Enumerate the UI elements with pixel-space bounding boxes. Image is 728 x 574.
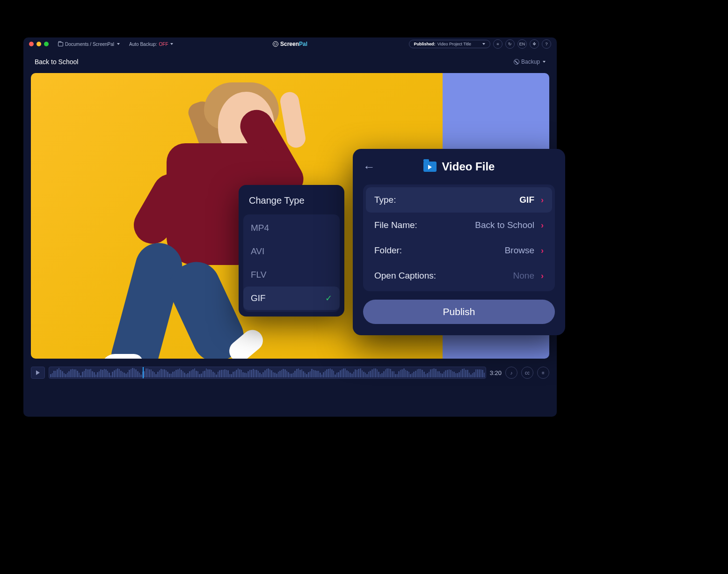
back-button[interactable]: ←: [363, 160, 375, 174]
captions-value: None: [513, 271, 534, 281]
play-icon: [36, 370, 40, 375]
auto-backup-label: Auto Backup:: [129, 42, 157, 47]
chevron-right-icon: ›: [541, 221, 544, 230]
video-file-body: Type: GIF› File Name: Back to School› Fo…: [363, 184, 555, 291]
change-type-panel: Change Type MP4AVIFLVGIF✓: [239, 185, 344, 316]
waveform-track[interactable]: 1:08.00: [49, 367, 486, 379]
published-value: Video Project Title: [437, 42, 471, 46]
folder-label: Folder:: [374, 245, 402, 256]
language-button[interactable]: EN: [517, 39, 527, 49]
folder-row[interactable]: Folder: Browse›: [366, 238, 552, 263]
total-time: 3:20: [490, 369, 502, 376]
chevron-down-icon: [170, 43, 173, 45]
app-logo: ScreenPal: [273, 41, 307, 47]
change-type-option-flv[interactable]: FLV: [243, 263, 340, 287]
title-bar: Back to School Backup: [23, 51, 557, 73]
chevron-down-icon: [482, 43, 485, 45]
music-icon-button[interactable]: ♪: [505, 367, 517, 379]
chevron-down-icon: [543, 61, 546, 63]
maximize-window-button[interactable]: [44, 42, 49, 46]
check-icon: ✓: [325, 293, 332, 303]
change-type-title: Change Type: [239, 195, 344, 214]
change-type-option-gif[interactable]: GIF✓: [243, 287, 340, 310]
captions-label: Open Captions:: [374, 271, 436, 281]
type-value: GIF: [519, 195, 534, 205]
change-type-list: MP4AVIFLVGIF✓: [243, 214, 340, 312]
chevron-right-icon: ›: [541, 271, 544, 281]
chevron-right-icon: ›: [541, 246, 544, 256]
help-icon-button[interactable]: ?: [542, 39, 551, 49]
disabled-icon: [514, 59, 519, 65]
top-bar: Documents / ScreenPal Auto Backup: OFF S…: [23, 37, 557, 51]
backup-label: Backup: [521, 59, 540, 65]
playhead[interactable]: [143, 367, 144, 379]
play-button[interactable]: [31, 367, 45, 379]
breadcrumb[interactable]: Documents / ScreenPal: [58, 42, 120, 47]
folder-icon: [58, 42, 63, 46]
top-right-controls: Published: Video Project Title ≡ ↻ EN ❖ …: [409, 39, 551, 49]
auto-backup-value: OFF: [159, 42, 168, 47]
folder-value: Browse: [505, 245, 534, 256]
backup-button[interactable]: Backup: [514, 59, 546, 65]
published-dropdown[interactable]: Published: Video Project Title: [409, 40, 490, 48]
filename-label: File Name:: [374, 220, 417, 230]
published-label: Published:: [414, 42, 436, 46]
filename-value: Back to School: [475, 220, 534, 230]
filename-row[interactable]: File Name: Back to School›: [366, 213, 552, 238]
video-file-header: ← Video File: [363, 160, 555, 173]
close-window-button[interactable]: [29, 42, 34, 46]
change-type-option-mp4[interactable]: MP4: [243, 216, 340, 240]
timeline: 1:08.00 3:20 ♪ cc ≡: [31, 363, 549, 382]
video-file-panel: ← Video File Type: GIF› File Name: Back …: [353, 149, 565, 335]
change-type-option-avi[interactable]: AVI: [243, 240, 340, 263]
layers-icon-button[interactable]: ❖: [530, 39, 539, 49]
type-row[interactable]: Type: GIF›: [366, 187, 552, 213]
cc-button[interactable]: cc: [521, 367, 533, 379]
menu-icon-button[interactable]: ≡: [537, 367, 549, 379]
minimize-window-button[interactable]: [36, 42, 41, 46]
publish-button[interactable]: Publish: [363, 300, 555, 324]
traffic-lights: [29, 42, 49, 46]
auto-backup-toggle[interactable]: Auto Backup: OFF: [129, 42, 173, 47]
breadcrumb-text: Documents / ScreenPal: [65, 42, 114, 47]
project-title: Back to School: [35, 58, 78, 66]
captions-row[interactable]: Open Captions: None›: [366, 263, 552, 288]
type-label: Type:: [374, 195, 396, 205]
logo-text-accent: Pal: [299, 41, 307, 47]
video-folder-icon: [423, 162, 437, 172]
logo-icon: [273, 41, 278, 47]
chevron-right-icon: ›: [541, 195, 544, 205]
video-file-title-group: Video File: [423, 160, 495, 173]
waveform-bars: [50, 368, 485, 377]
history-icon-button[interactable]: ↻: [505, 39, 515, 49]
list-icon-button[interactable]: ≡: [493, 39, 502, 49]
video-file-title: Video File: [442, 160, 495, 173]
chevron-down-icon: [117, 43, 120, 45]
